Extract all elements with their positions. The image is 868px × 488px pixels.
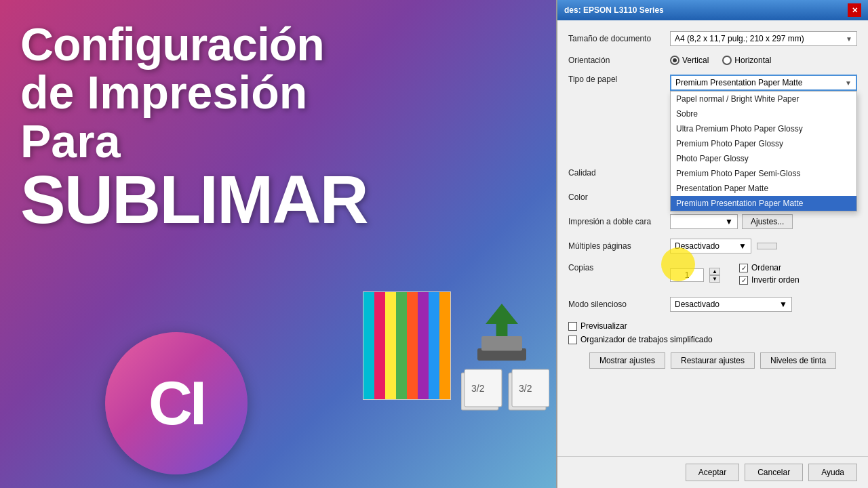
dialog-close-button[interactable]: ✕ bbox=[848, 3, 861, 17]
multiples-row: Múltiples páginas Desactivado ▼ bbox=[568, 239, 857, 253]
tamano-arrow-icon: ▼ bbox=[846, 35, 852, 43]
silencioso-select[interactable]: Desactivado ▼ bbox=[670, 297, 792, 312]
color-bar bbox=[439, 292, 450, 399]
checkboxes-block: Ordenar Invertir orden bbox=[739, 263, 800, 287]
dialog-title: des: EPSON L3110 Series bbox=[564, 5, 664, 15]
dialog-body: Tamaño de documento A4 (8,2 x 11,7 pulg.… bbox=[557, 20, 868, 386]
silencioso-row: Modo silencioso Desactivado ▼ bbox=[568, 297, 857, 312]
horizontal-label: Horizontal bbox=[734, 56, 771, 65]
orientacion-control: Vertical Horizontal bbox=[670, 56, 857, 65]
invertir-checkbox[interactable] bbox=[739, 276, 748, 285]
tipo-papel-list: Papel normal / Bright White PaperSobreUl… bbox=[670, 91, 857, 211]
printer-tray bbox=[481, 336, 522, 351]
previsualizar-label: Previsualizar bbox=[580, 321, 627, 331]
silencioso-control: Desactivado ▼ bbox=[670, 297, 857, 312]
color-bar bbox=[396, 292, 407, 399]
silencioso-value: Desactivado bbox=[675, 300, 719, 309]
ordenar-item[interactable]: Ordenar bbox=[739, 263, 800, 272]
dropdown-item[interactable]: Premium Photo Paper Semi-Gloss bbox=[671, 166, 856, 181]
color-bar bbox=[374, 292, 385, 399]
spin-down-button[interactable]: ▼ bbox=[709, 275, 720, 283]
multiples-value: Desactivado bbox=[675, 241, 719, 251]
dialog-titlebar: des: EPSON L3110 Series ✕ bbox=[557, 0, 868, 20]
color-bar bbox=[429, 292, 439, 399]
svg-text:3/2: 3/2 bbox=[519, 383, 532, 394]
multiples-control: Desactivado ▼ bbox=[670, 239, 857, 253]
tipo-papel-arrow-icon: ▼ bbox=[845, 79, 852, 87]
silencioso-label: Modo silencioso bbox=[568, 300, 670, 309]
printer-icon bbox=[461, 291, 542, 373]
copies-input[interactable]: 1 bbox=[670, 268, 704, 282]
svg-text:3/2: 3/2 bbox=[471, 383, 485, 394]
ajustes-button[interactable]: Ajustes... bbox=[742, 214, 793, 229]
color-label: Color bbox=[568, 192, 670, 202]
color-chart bbox=[363, 291, 451, 400]
title-block: Configuración de Impresión Para SUBLIMAR bbox=[20, 20, 368, 233]
ordenar-checkbox[interactable] bbox=[739, 264, 748, 272]
doble-cara-label: Impresión a doble cara bbox=[568, 217, 670, 226]
copies-row: 1 ▲ ▼ Ordenar Invertir orden bbox=[670, 263, 857, 287]
doble-cara-row: Impresión a doble cara ▼ Ajustes... bbox=[568, 214, 857, 229]
tipo-papel-label: Tipo de papel bbox=[568, 75, 670, 84]
vertical-label: Vertical bbox=[682, 56, 709, 65]
multiples-select[interactable]: Desactivado ▼ bbox=[670, 239, 751, 253]
toolbar-row: Mostrar ajustes Restaurar ajustes Nivele… bbox=[568, 352, 857, 369]
radio-vertical[interactable]: Vertical bbox=[670, 56, 709, 65]
color-bar bbox=[407, 292, 418, 399]
radio-vertical-circle bbox=[670, 56, 679, 65]
doble-cara-control: ▼ Ajustes... bbox=[670, 214, 857, 229]
logo-circle: CI bbox=[105, 332, 248, 474]
color-bar bbox=[418, 292, 429, 399]
previsualizar-checkbox[interactable] bbox=[568, 322, 577, 331]
printer-dialog: des: EPSON L3110 Series ✕ Tamaño de docu… bbox=[556, 0, 868, 488]
tamano-select[interactable]: A4 (8,2 x 11,7 pulg.; 210 x 297 mm) ▼ bbox=[670, 31, 857, 46]
cancelar-button[interactable]: Cancelar bbox=[745, 464, 803, 481]
doble-cara-select[interactable]: ▼ bbox=[670, 214, 738, 229]
invertir-label: Invertir orden bbox=[751, 275, 800, 285]
previsualizar-row[interactable]: Previsualizar bbox=[568, 321, 857, 331]
aceptar-button[interactable]: Aceptar bbox=[686, 464, 739, 481]
tipo-papel-value: Premium Presentation Paper Matte bbox=[675, 78, 802, 87]
title-line1: Configuración bbox=[20, 20, 368, 68]
tipo-papel-row: Tipo de papel Premium Presentation Paper… bbox=[568, 75, 857, 91]
dropdown-item[interactable]: Ultra Premium Photo Paper Glossy bbox=[671, 121, 856, 136]
organizador-checkbox[interactable] bbox=[568, 336, 577, 344]
invertir-item[interactable]: Invertir orden bbox=[739, 275, 800, 285]
color-bars bbox=[363, 292, 450, 399]
dropdown-item[interactable]: Sobre bbox=[671, 106, 856, 121]
dropdown-item[interactable]: Presentation Paper Matte bbox=[671, 181, 856, 196]
orientacion-label: Orientación bbox=[568, 56, 670, 65]
tipo-papel-dropdown: Premium Presentation Paper Matte ▼ Papel… bbox=[670, 75, 857, 91]
tamano-row: Tamaño de documento A4 (8,2 x 11,7 pulg.… bbox=[568, 31, 857, 46]
color-bar bbox=[363, 292, 374, 399]
tamano-label: Tamaño de documento bbox=[568, 34, 670, 43]
copias-label: Copias bbox=[568, 263, 670, 272]
silencioso-arrow-icon: ▼ bbox=[779, 300, 787, 309]
restaurar-ajustes-button[interactable]: Restaurar ajustes bbox=[671, 352, 755, 369]
dropdown-item[interactable]: Photo Paper Glossy bbox=[671, 151, 856, 166]
title-line4: SUBLIMAR bbox=[20, 165, 368, 233]
color-bar bbox=[385, 292, 396, 399]
dropdown-item[interactable]: Papel normal / Bright White Paper bbox=[671, 92, 856, 106]
ayuda-button[interactable]: Ayuda bbox=[808, 464, 857, 481]
copias-control: 1 ▲ ▼ Ordenar Invertir orden bbox=[670, 263, 857, 287]
tipo-papel-selected[interactable]: Premium Presentation Paper Matte ▼ bbox=[670, 75, 857, 91]
title-line3: Para bbox=[20, 117, 368, 165]
radio-horizontal[interactable]: Horizontal bbox=[722, 56, 771, 65]
orientacion-row: Orientación Vertical Horizontal bbox=[568, 56, 857, 65]
niveles-tinta-button[interactable]: Niveles de tinta bbox=[760, 352, 836, 369]
orden-button[interactable] bbox=[757, 243, 777, 249]
logo-text: CI bbox=[149, 369, 204, 439]
title-line2: de Impresión bbox=[20, 68, 368, 117]
calidad-label: Calidad bbox=[568, 168, 670, 178]
dropdown-item[interactable]: Premium Presentation Paper Matte bbox=[671, 196, 856, 211]
organizador-row[interactable]: Organizador de trabajos simplificado bbox=[568, 335, 857, 344]
tipo-papel-control: Premium Presentation Paper Matte ▼ Papel… bbox=[670, 75, 857, 91]
doble-cara-arrow-icon: ▼ bbox=[725, 217, 733, 226]
multiples-arrow-icon: ▼ bbox=[738, 241, 747, 251]
multiples-label: Múltiples páginas bbox=[568, 241, 670, 251]
dropdown-item[interactable]: Premium Photo Paper Glossy bbox=[671, 136, 856, 151]
paper-icons: 3/2 3/2 bbox=[461, 366, 549, 413]
mostrar-ajustes-button[interactable]: Mostrar ajustes bbox=[589, 352, 665, 369]
spin-up-button[interactable]: ▲ bbox=[709, 268, 720, 275]
